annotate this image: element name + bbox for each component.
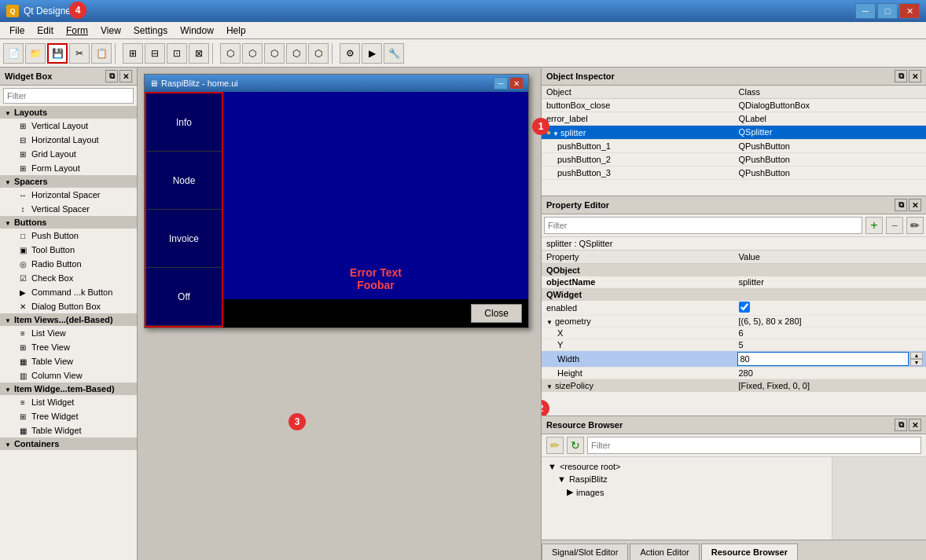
pe-width-spin-up[interactable]: ▲ xyxy=(910,352,923,359)
rb-resource-root[interactable]: ▼ <resource root> xyxy=(545,460,829,473)
toolbar-cut[interactable]: ✂ xyxy=(69,43,90,64)
category-spacers[interactable]: Spacers xyxy=(0,175,137,188)
toolbar-btn-6[interactable]: ⊟ xyxy=(145,43,165,64)
toolbar-new[interactable]: 📄 xyxy=(3,43,24,64)
pe-float-btn[interactable]: ⧉ xyxy=(895,199,907,211)
widget-vertical-layout[interactable]: ⊞ Vertical Layout xyxy=(0,119,137,133)
nav-invoice-btn[interactable]: Invoice xyxy=(146,210,222,268)
widget-list-widget[interactable]: ≡ List Widget xyxy=(0,395,137,409)
toolbar-preview[interactable]: ▶ xyxy=(362,43,382,64)
toolbar-open[interactable]: 📁 xyxy=(25,43,46,64)
toolbar-resources[interactable]: 🔧 xyxy=(384,43,404,64)
oi-row-buttonbox[interactable]: buttonBox_close QDialogButtonBox xyxy=(542,99,926,112)
widget-radio-button[interactable]: ◎ Radio Button xyxy=(0,257,137,271)
category-containers[interactable]: Containers xyxy=(0,437,137,450)
nav-off-btn[interactable]: Off xyxy=(146,268,222,326)
menu-help[interactable]: Help xyxy=(220,24,252,38)
toolbar-align-left[interactable]: ⬡ xyxy=(220,43,241,64)
form-close-button[interactable]: Close xyxy=(471,304,522,323)
widget-horizontal-spacer[interactable]: ↔ Horizontal Spacer xyxy=(0,188,137,202)
oi-row-pushbutton2[interactable]: pushButton_2 QPushButton xyxy=(542,152,926,166)
rb-images[interactable]: ▶ images xyxy=(545,485,829,499)
widget-dialog-button-box[interactable]: ✕ Dialog Button Box xyxy=(0,299,137,313)
rb-close-btn[interactable]: ✕ xyxy=(909,419,921,431)
rb-refresh-btn[interactable]: ↻ xyxy=(567,437,584,454)
category-item-views[interactable]: Item Views...(del-Based) xyxy=(0,313,137,326)
widget-box-float-btn[interactable]: ⧉ xyxy=(105,70,118,82)
menu-view[interactable]: View xyxy=(94,24,127,38)
rb-edit-btn[interactable]: ✏ xyxy=(546,437,564,454)
toolbar-btn-7[interactable]: ⊡ xyxy=(167,43,187,64)
form-minimize-btn[interactable]: ─ xyxy=(494,77,508,90)
pe-val-enabled xyxy=(734,301,927,316)
pe-row-height[interactable]: Height 280 xyxy=(542,368,926,379)
pe-width-spin-down[interactable]: ▼ xyxy=(910,359,923,366)
category-buttons[interactable]: Buttons xyxy=(0,216,137,229)
toolbar-btn-8[interactable]: ⊠ xyxy=(189,43,209,64)
oi-cls-pb1: QPushButton xyxy=(734,139,927,152)
oi-row-errorlabel[interactable]: error_label QLabel xyxy=(542,112,926,126)
close-button[interactable]: ✕ xyxy=(899,3,920,19)
oi-row-splitter[interactable]: ● splitter QSplitter xyxy=(542,126,926,140)
tab-action-editor[interactable]: Action Editor xyxy=(630,544,699,560)
widget-check-box[interactable]: ☑ Check Box xyxy=(0,271,137,285)
pe-row-x[interactable]: X 6 xyxy=(542,328,926,339)
pe-add-btn[interactable]: + xyxy=(865,217,883,234)
rb-raspiblitz[interactable]: ▼ RaspiBlitz xyxy=(545,473,829,485)
pe-filter-input[interactable] xyxy=(544,217,862,234)
widget-column-view[interactable]: ▥ Column View xyxy=(0,368,137,382)
tab-signal-slot[interactable]: Signal/Slot Editor xyxy=(542,544,628,560)
pe-row-geometry[interactable]: geometry [(6, 5), 80 x 280] xyxy=(542,316,926,328)
widget-tool-button[interactable]: ▣ Tool Button xyxy=(0,243,137,257)
widget-push-button[interactable]: □ Push Button xyxy=(0,229,137,243)
nav-info-btn[interactable]: Info xyxy=(146,93,222,152)
toolbar-align-right[interactable]: ⬡ xyxy=(242,43,263,64)
menu-form[interactable]: Form xyxy=(60,24,94,38)
widget-tree-view[interactable]: ⊞ Tree View xyxy=(0,340,137,354)
widget-grid-layout[interactable]: ⊞ Grid Layout xyxy=(0,147,137,161)
rb-filter-input[interactable] xyxy=(587,437,921,454)
oi-float-btn[interactable]: ⧉ xyxy=(895,70,907,82)
category-layouts[interactable]: Layouts xyxy=(0,106,137,119)
toolbar-btn-5[interactable]: ⊞ xyxy=(123,43,143,64)
widget-filter-input[interactable] xyxy=(3,88,134,104)
toolbar-save[interactable]: 💾 xyxy=(47,43,68,64)
widget-table-view[interactable]: ▦ Table View xyxy=(0,354,137,368)
maximize-button[interactable]: □ xyxy=(877,3,898,19)
widget-horizontal-layout[interactable]: ⊟ Horizontal Layout xyxy=(0,133,137,147)
menu-settings[interactable]: Settings xyxy=(127,24,174,38)
widget-list-view[interactable]: ≡ List View xyxy=(0,326,137,340)
toolbar-copy[interactable]: 📋 xyxy=(91,43,112,64)
toolbar-align-top[interactable]: ⬡ xyxy=(264,43,285,64)
pe-row-objectname[interactable]: objectName splitter xyxy=(542,276,926,288)
form-close-btn[interactable]: ✕ xyxy=(509,77,524,90)
pe-config-btn[interactable]: ✏ xyxy=(906,217,924,234)
tab-resource-browser[interactable]: Resource Browser xyxy=(701,544,798,560)
pe-row-width[interactable]: Width ▲ ▼ xyxy=(542,351,926,368)
widget-table-widget[interactable]: ▦ Table Widget xyxy=(0,423,137,437)
widget-command-button[interactable]: ▶ Command ...k Button xyxy=(0,285,137,299)
oi-close-btn[interactable]: ✕ xyxy=(909,70,921,82)
toolbar-distribute[interactable]: ⬡ xyxy=(308,43,329,64)
widget-vertical-spacer[interactable]: ↕ Vertical Spacer xyxy=(0,202,137,216)
pe-width-input[interactable] xyxy=(737,352,909,366)
oi-row-pushbutton3[interactable]: pushButton_3 QPushButton xyxy=(542,166,926,179)
category-item-widgets[interactable]: Item Widge...tem-Based) xyxy=(0,382,137,395)
pe-row-y[interactable]: Y 5 xyxy=(542,339,926,351)
menu-edit[interactable]: Edit xyxy=(31,24,60,38)
menu-window[interactable]: Window xyxy=(174,24,220,38)
widget-box-close-btn[interactable]: ✕ xyxy=(119,70,132,82)
pe-enabled-checkbox[interactable] xyxy=(739,302,750,313)
minimize-button[interactable]: ─ xyxy=(855,3,876,19)
oi-row-pushbutton1[interactable]: pushButton_1 QPushButton xyxy=(542,139,926,152)
pe-row-enabled[interactable]: enabled xyxy=(542,301,926,316)
pe-remove-btn[interactable]: − xyxy=(886,217,903,234)
nav-node-btn[interactable]: Node xyxy=(146,152,222,210)
menu-file[interactable]: File xyxy=(3,24,31,38)
widget-tree-widget[interactable]: ⊞ Tree Widget xyxy=(0,409,137,423)
toolbar-settings[interactable]: ⚙ xyxy=(340,43,360,64)
rb-float-btn[interactable]: ⧉ xyxy=(895,419,907,431)
widget-form-layout[interactable]: ⊞ Form Layout xyxy=(0,161,137,175)
toolbar-align-bottom[interactable]: ⬡ xyxy=(286,43,307,64)
pe-close-btn[interactable]: ✕ xyxy=(909,199,921,211)
